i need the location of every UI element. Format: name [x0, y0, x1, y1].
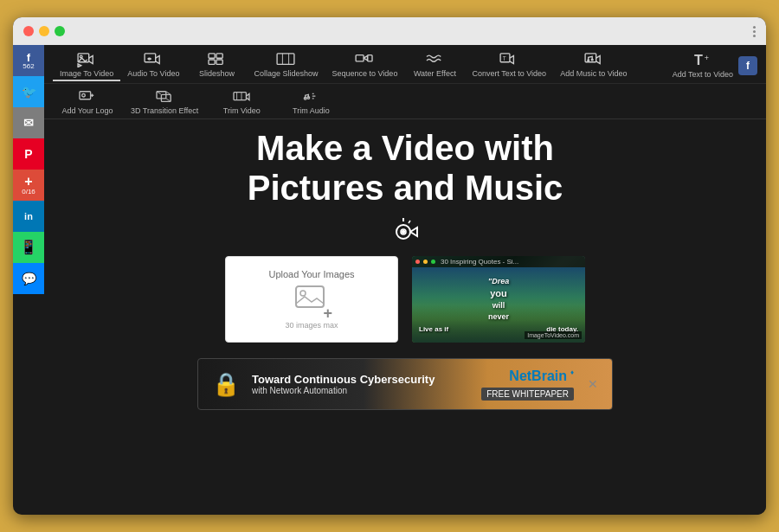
svg-rect-8 — [278, 54, 295, 65]
nav-item-music-to-video[interactable]: Add Music to Video — [553, 50, 634, 81]
svg-point-33 — [307, 97, 310, 99]
svg-line-37 — [409, 221, 410, 223]
minimize-dot[interactable] — [39, 26, 49, 36]
svg-rect-11 — [357, 55, 364, 61]
collage-icon — [276, 52, 295, 67]
nav-label-music-video: Add Music to Video — [560, 69, 627, 78]
navbar: ▶ Image To Video Audio To Video — [44, 45, 766, 119]
nav-item-collage[interactable]: Collage Slideshow — [247, 50, 325, 81]
slideshow-icon — [207, 52, 226, 67]
pinterest-share-button[interactable]: P — [13, 138, 44, 170]
nav-label-collage: Collage Slideshow — [254, 69, 318, 78]
ad-cta[interactable]: FREE WHITEPAPER — [481, 388, 574, 401]
upload-box[interactable]: Upload Your Images + 30 images max — [225, 256, 398, 343]
nav-label-audio-to-video: Audio To Video — [127, 69, 179, 78]
preview-quote: "Drea you will never — [419, 276, 578, 322]
video-camera-section — [386, 216, 424, 247]
plus-count: 0/16 — [22, 189, 35, 195]
email-share-button[interactable]: ✉ — [13, 107, 44, 138]
nav-label-slideshow: Slideshow — [199, 69, 235, 78]
audio-video-icon — [144, 52, 163, 67]
svg-point-21 — [82, 93, 86, 97]
whatsapp-icon: 📱 — [20, 240, 37, 254]
menu-dots — [753, 26, 756, 37]
linkedin-icon: in — [24, 212, 33, 221]
svg-text:T: T — [694, 53, 703, 67]
nav-item-image-to-video[interactable]: ▶ Image To Video — [53, 50, 120, 81]
nav-icons-row: ▶ Image To Video Audio To Video — [44, 45, 766, 84]
quote-will: will — [493, 301, 505, 310]
browser-titlebar — [13, 17, 766, 45]
nav-item-text-to-video[interactable]: T Convert Text to Video — [465, 50, 553, 81]
quote-live: Live as if — [419, 325, 448, 333]
facebook-count: 562 — [23, 63, 34, 70]
sub-nav-label-3d: 3D Transition Effect — [131, 106, 198, 115]
svg-rect-29 — [234, 93, 246, 100]
svg-rect-12 — [368, 55, 372, 61]
sub-nav-label-trim-video: Trim Video — [223, 106, 261, 115]
preview-badge: ImageToVideo.com — [525, 331, 582, 339]
svg-point-40 — [300, 291, 306, 296]
linkedin-share-button[interactable]: in — [13, 201, 44, 232]
sub-nav-trim-audio[interactable]: Trim Audio — [276, 87, 345, 119]
sub-nav-label-trim-audio: Trim Audio — [293, 106, 330, 115]
preview-landscape: "Drea you will never Live as if die toda… — [412, 267, 585, 343]
sub-nav-label-logo: Add Your Logo — [61, 106, 113, 115]
twitter-share-button[interactable]: 🐦 — [13, 76, 44, 107]
nav-item-slideshow[interactable]: Slideshow — [186, 50, 247, 81]
page-content: Make a Video with Pictures and Music — [44, 119, 766, 515]
ad-banner[interactable]: 🔒 Toward Continuous Cybersecurity with N… — [197, 358, 613, 410]
plus-share-button[interactable]: + 0/16 — [13, 170, 44, 201]
ad-title: Toward Continuous Cybersecurity — [252, 373, 473, 386]
sub-nav-add-logo[interactable]: Add Your Logo — [53, 87, 122, 119]
nav-item-sequence[interactable]: Sequence to Video — [325, 50, 404, 81]
text-video-icon: T — [499, 52, 518, 67]
ad-brand-text: NetBrain — [509, 369, 567, 383]
close-dot[interactable] — [23, 26, 34, 36]
water-effect-icon — [425, 52, 444, 67]
nav-label-text-to-video: Convert Text to Video — [472, 69, 546, 78]
nav-label-sequence: Sequence to Video — [332, 69, 397, 78]
ad-subtitle: with Network Automation — [252, 386, 473, 395]
social-sidebar: f 562 🐦 ✉ P + 0/16 in 📱 💬 — [13, 45, 44, 515]
whatsapp-share-button[interactable]: 📱 — [13, 232, 44, 263]
messenger-icon: 💬 — [22, 272, 36, 285]
svg-rect-4 — [209, 54, 215, 58]
facebook-share-button[interactable]: f 562 — [13, 45, 44, 76]
upload-section: Upload Your Images + 30 images max — [225, 256, 585, 343]
twitter-icon: 🐦 — [22, 86, 36, 98]
close-ad-button[interactable]: ✕ — [588, 377, 598, 391]
3d-effect-icon — [155, 89, 174, 105]
hero-title-line1: Make a Video with — [256, 129, 554, 167]
messenger-share-button[interactable]: 💬 — [13, 263, 44, 294]
add-text-video-icon: T + — [693, 53, 712, 68]
quote-never: never — [488, 312, 509, 321]
preview-title-bar: 30 Inspiring Quotes - Si... — [412, 256, 585, 267]
quote-you: you — [490, 288, 507, 298]
ad-brand-superscript: ♦ — [570, 369, 574, 376]
svg-text:T: T — [503, 55, 506, 61]
facebook-nav-button[interactable]: f — [738, 56, 757, 75]
add-logo-icon — [78, 89, 97, 105]
preview-video[interactable]: 30 Inspiring Quotes - Si... "Drea you — [412, 256, 585, 343]
upload-plus-icon: + — [323, 305, 332, 321]
video-camera-icon — [386, 216, 424, 247]
browser-window: f 562 🐦 ✉ P + 0/16 in 📱 💬 — [13, 17, 766, 515]
svg-rect-7 — [216, 60, 222, 64]
svg-point-38 — [402, 231, 405, 234]
preview-dots — [415, 260, 435, 264]
nav-item-water-effect[interactable]: Water Effect — [404, 50, 465, 81]
quote-dream: "Drea — [488, 277, 509, 285]
svg-text:+: + — [705, 54, 709, 62]
ad-brand: NetBrain ♦ FREE WHITEPAPER — [481, 369, 574, 401]
sequence-icon — [355, 52, 374, 67]
maximize-dot[interactable] — [55, 26, 65, 36]
facebook-nav-icon: f — [746, 60, 750, 72]
sub-nav-3d-effect[interactable]: 3D Transition Effect — [122, 87, 207, 119]
lock-icon: 🔒 — [212, 371, 240, 398]
nav-item-add-text[interactable]: T + Add Text to Video f — [666, 51, 757, 80]
upload-icon-container: + — [294, 283, 329, 317]
svg-point-16 — [588, 60, 589, 61]
nav-item-audio-to-video[interactable]: Audio To Video — [120, 50, 186, 81]
sub-nav-trim-video[interactable]: Trim Video — [207, 87, 276, 119]
